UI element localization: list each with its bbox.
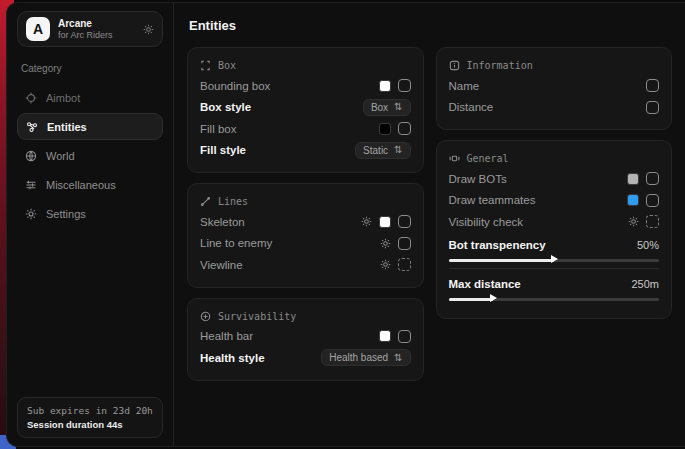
sidebar-item-entities[interactable]: Entities [17,113,163,140]
sidebar-item-label: World [46,150,75,162]
section-header: Lines [218,196,248,207]
row-name: Name [449,75,660,97]
row-draw-teammates: Draw teammates [449,190,660,212]
box-style-dropdown[interactable]: Box ⇅ [363,99,411,116]
row-label: Draw teammates [449,194,536,206]
slider-label: Bot transpenency [449,239,546,251]
slider-fill [449,259,554,262]
checkbox[interactable] [398,215,411,228]
row-label: Health bar [200,330,253,342]
row-label: Distance [449,101,494,113]
sidebar-item-label: Entities [47,121,87,133]
color-swatch[interactable] [379,80,391,92]
row-viewline: Viewline [200,254,411,276]
fill-style-dropdown[interactable]: Static ⇅ [355,142,410,159]
color-swatch[interactable] [627,194,639,206]
max-distance-group: Max distance 250m [449,275,660,301]
box-brackets-icon [200,60,211,71]
section-header: Information [467,60,533,71]
globe-icon [25,150,37,162]
slider-thumb[interactable] [490,294,497,302]
health-icon [200,311,211,322]
row-health-style: Health style Health based ⇅ [200,347,411,369]
color-swatch[interactable] [379,330,391,342]
row-draw-bots: Draw BOTs [449,168,660,190]
slider-value: 50% [637,239,659,251]
row-label: Health style [200,352,265,364]
bot-transparency-slider[interactable] [449,259,660,262]
sidebar-item-label: Settings [46,208,86,220]
subscription-footer: Sub expires in 23d 20h Session duration … [17,397,163,438]
grid-icon [449,153,460,164]
sidebar-item-label: Aimbot [46,92,80,104]
slider-thumb[interactable] [551,255,558,263]
checkbox[interactable] [398,258,411,271]
color-swatch[interactable] [627,173,639,185]
checkbox[interactable] [646,194,659,207]
row-label: Box style [200,101,251,113]
brand-settings-icon[interactable] [143,24,154,35]
row-label: Skeleton [200,216,245,228]
row-distance: Distance [449,97,660,119]
sidebar-item-miscellaneous[interactable]: Miscellaneous [17,171,163,198]
dropdown-arrows-icon: ⇅ [394,353,402,363]
row-label: Draw BOTs [449,173,507,185]
section-header: Survivability [218,311,296,322]
row-label: Fill style [200,144,246,156]
checkbox[interactable] [646,79,659,92]
survivability-section-card: Survivability Health bar Health style He… [187,298,424,381]
checkbox[interactable] [398,122,411,135]
dropdown-arrows-icon: ⇅ [394,145,402,155]
row-label: Visibility check [449,216,524,228]
checkbox[interactable] [398,79,411,92]
row-label: Bounding box [200,80,270,92]
box-section-card: Box Bounding box Box style Box ⇅ [187,47,424,173]
app-logo: A [26,17,50,41]
row-settings-icon[interactable] [361,216,372,227]
color-swatch[interactable] [379,123,391,135]
checkbox[interactable] [398,330,411,343]
category-label: Category [21,63,159,74]
gear-icon [25,208,37,220]
section-header: General [467,153,509,164]
section-header: Box [218,60,236,71]
sidebar: A Arcane for Arc Riders Category Aimbot [7,3,174,446]
main-content: Entities Box Bounding box [174,3,685,446]
lines-section-card: Lines Skeleton [187,183,424,288]
row-settings-icon[interactable] [628,216,639,227]
max-distance-slider[interactable] [449,298,660,301]
checkbox[interactable] [646,215,659,228]
health-style-dropdown[interactable]: Health based ⇅ [321,349,410,366]
brand-card: A Arcane for Arc Riders [17,11,163,47]
slider-value: 250m [631,278,659,290]
sidebar-item-label: Miscellaneous [46,179,116,191]
app-title: Arcane [58,18,135,30]
row-box-style: Box style Box ⇅ [200,97,411,119]
general-section-card: General Draw BOTs Draw teammates [436,140,673,319]
info-icon [449,60,460,71]
row-health-bar: Health bar [200,326,411,348]
slider-fill [449,298,493,301]
divider [449,268,660,269]
entities-icon [26,121,38,133]
row-label: Line to enemy [200,237,272,249]
row-fill-style: Fill style Static ⇅ [200,140,411,162]
row-bounding-box: Bounding box [200,75,411,97]
checkbox[interactable] [646,101,659,114]
checkbox[interactable] [398,237,411,250]
dropdown-value: Static [363,145,388,156]
sidebar-item-aimbot[interactable]: Aimbot [17,84,163,111]
row-settings-icon[interactable] [380,259,391,270]
row-label: Fill box [200,123,236,135]
miscellaneous-icon [25,179,37,191]
checkbox[interactable] [646,172,659,185]
session-duration-text: Session duration 44s [27,419,153,430]
line-icon [200,196,211,207]
dropdown-arrows-icon: ⇅ [394,102,402,112]
row-settings-icon[interactable] [380,238,391,249]
row-visibility-check: Visibility check [449,211,660,233]
color-swatch[interactable] [379,216,391,228]
app-subtitle: for Arc Riders [58,30,135,40]
sidebar-item-settings[interactable]: Settings [17,200,163,227]
sidebar-item-world[interactable]: World [17,142,163,169]
